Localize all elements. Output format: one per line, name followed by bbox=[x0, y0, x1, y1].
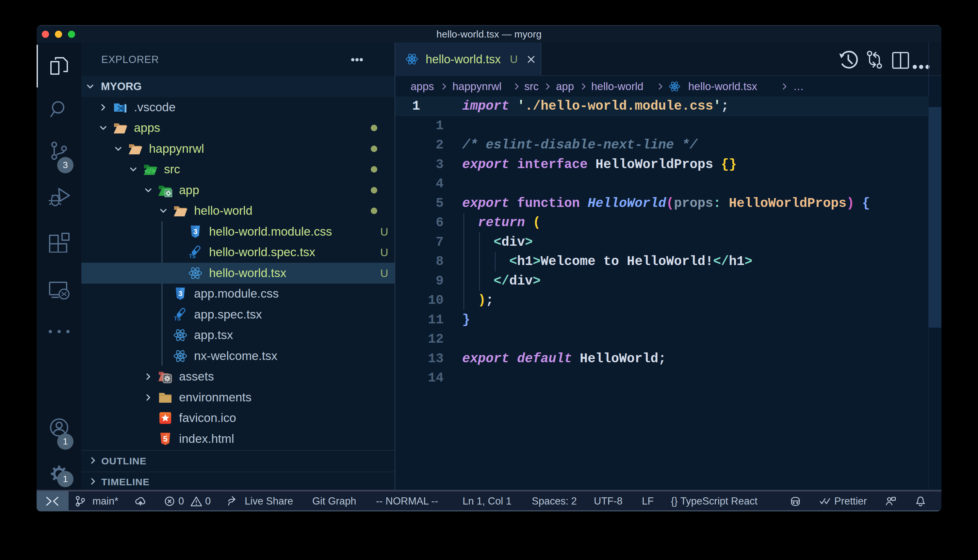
svg-text:</>: </> bbox=[144, 168, 155, 175]
svg-text:3: 3 bbox=[178, 290, 182, 298]
svg-text:TS: TS bbox=[174, 316, 181, 322]
svg-text:3: 3 bbox=[193, 227, 197, 236]
svg-text:5: 5 bbox=[163, 434, 167, 443]
svg-text:TS: TS bbox=[189, 253, 196, 259]
